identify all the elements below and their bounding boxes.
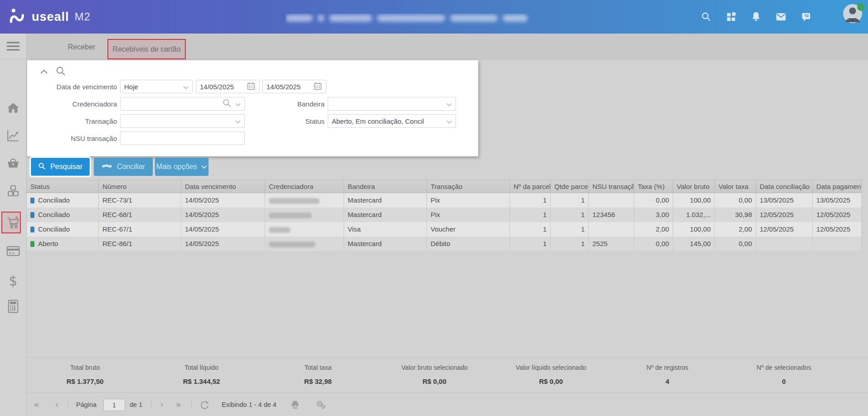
transacao-select[interactable] <box>120 114 245 128</box>
cell-nsu: 123456 <box>589 208 634 222</box>
print-icon[interactable] <box>291 393 300 416</box>
column-header-data_conciliacao[interactable]: Data conciliação <box>756 180 813 193</box>
nsu-transacao-input[interactable] <box>120 131 245 145</box>
cell-taxa: 0,00 <box>634 193 673 208</box>
logo-text: useall <box>32 10 69 24</box>
column-header-credenciadora[interactable]: Credenciadora <box>265 180 344 193</box>
column-header-nsu[interactable]: NSU transação <box>589 180 634 193</box>
search-icon[interactable] <box>700 11 712 23</box>
redacted-text-blur <box>269 213 312 218</box>
summary-item: Total brutoR$ 1.377,50 <box>27 358 143 392</box>
menu-icon[interactable] <box>0 34 26 59</box>
table-row-REC-73/1[interactable]: ConciliadoREC-73/114/05/2025MastercardPi… <box>27 193 862 208</box>
column-header-bandeira[interactable]: Bandeira <box>344 180 427 193</box>
cell-numero: REC-67/1 <box>99 222 181 237</box>
cell-n_parcela: 1 <box>510 222 551 237</box>
cell-numero: REC-68/1 <box>99 208 181 222</box>
tab-recebiveis-de-cartao[interactable]: Recebíveis de cartão <box>107 39 186 59</box>
panel-search-icon[interactable] <box>55 66 66 78</box>
grid-settings-gears-icon[interactable] <box>316 393 326 416</box>
sidebar-item-basket[interactable] <box>0 152 26 174</box>
svg-text:$: $ <box>9 273 18 289</box>
app-logo[interactable]: useall M2 <box>9 0 91 34</box>
table-row-REC-68/1[interactable]: ConciliadoREC-68/114/05/2025MastercardPi… <box>27 208 862 222</box>
column-header-status[interactable]: Status <box>27 180 99 193</box>
cell-data_conciliacao: 13/05/2025 <box>756 193 813 208</box>
cell-qtde_parcelas: 1 <box>551 193 589 208</box>
page-label: Página <box>76 393 97 416</box>
cell-taxa: 0,00 <box>634 237 673 251</box>
chat-icon[interactable] <box>800 11 812 23</box>
table-row-REC-67/1[interactable]: ConciliadoREC-67/114/05/2025VisaVoucher1… <box>27 222 862 237</box>
apps-grid-icon[interactable] <box>725 11 737 23</box>
label-data-vencimento: Data de vencimento <box>27 83 117 91</box>
bandeira-select[interactable] <box>328 97 456 111</box>
sidebar-item-home[interactable] <box>0 97 26 119</box>
cell-valor_bruto: 100,00 <box>673 222 715 237</box>
due-date-to-input[interactable]: 14/05/2025 <box>262 80 326 93</box>
cell-transacao: Débito <box>427 237 510 251</box>
mail-icon[interactable] <box>775 11 787 23</box>
column-header-n_parcela[interactable]: Nº da parcela <box>510 180 551 193</box>
search-icon <box>38 162 46 172</box>
mais-opcoes-button[interactable]: Mais opções <box>155 158 209 176</box>
table-row-REC-86/1[interactable]: AbertoREC-86/114/05/2025MastercardDébito… <box>27 237 862 251</box>
chevron-down-icon <box>235 100 241 108</box>
cell-valor_taxa: 30,98 <box>715 208 756 222</box>
cell-valor_bruto: 145,00 <box>673 237 715 251</box>
column-header-valor_bruto[interactable]: Valor bruto <box>673 180 715 193</box>
column-header-valor_taxa[interactable]: Valor taxa <box>715 180 756 193</box>
next-page-icon[interactable]: › <box>160 393 164 416</box>
credenciadora-select[interactable] <box>120 97 245 111</box>
first-page-icon[interactable]: « <box>34 393 39 416</box>
cell-bandeira: Mastercard <box>344 208 427 222</box>
calendar-icon[interactable] <box>313 82 322 92</box>
pesquisar-button[interactable]: Pesquisar <box>31 158 90 176</box>
chevron-down-icon <box>235 117 241 125</box>
calendar-icon[interactable] <box>247 82 256 92</box>
sidebar-item-stock-cubes[interactable] <box>0 180 26 202</box>
tab-receber[interactable]: Receber <box>52 34 111 60</box>
column-header-taxa[interactable]: Taxa (%) <box>634 180 673 193</box>
chevron-down-icon <box>446 117 452 125</box>
tab-label: Recebíveis de cartão <box>112 45 180 53</box>
sidebar-item-credit-card[interactable] <box>0 240 26 262</box>
sidebar-item-calculator[interactable] <box>0 295 26 317</box>
sidebar-item-cart-plus[interactable] <box>0 212 26 233</box>
sidebar-item-sales-chart[interactable] <box>0 125 26 146</box>
user-avatar[interactable] <box>842 3 864 28</box>
status-indicator <box>30 212 34 218</box>
notifications-bell-icon[interactable] <box>750 11 762 23</box>
summary-item: Nº de registros4 <box>609 358 726 392</box>
status-cell: Conciliado <box>27 208 99 222</box>
status-cell: Conciliado <box>27 193 99 208</box>
last-page-icon[interactable]: » <box>175 393 181 416</box>
search-icon[interactable] <box>222 98 232 109</box>
sidebar-item-dollar[interactable]: $ <box>0 270 26 292</box>
column-header-data_pagamento[interactable]: Data pagamento <box>813 180 862 193</box>
cell-nsu <box>589 222 634 237</box>
blurred-window-title <box>286 14 533 26</box>
refresh-icon[interactable] <box>200 393 209 416</box>
cell-n_parcela: 1 <box>510 237 551 251</box>
collapse-panel-icon[interactable] <box>40 68 48 76</box>
handshake-icon <box>102 162 112 171</box>
conciliar-button[interactable]: Conciliar <box>94 158 153 176</box>
status-indicator <box>30 227 34 232</box>
due-date-from-input[interactable]: 14/05/2025 <box>196 80 260 93</box>
column-header-data_vencimento[interactable]: Data vencimento <box>181 180 265 193</box>
column-header-transacao[interactable]: Transação <box>427 180 510 193</box>
showing-records-label: Exibindo 1 - 4 de 4 <box>222 393 276 416</box>
column-header-numero[interactable]: Número <box>99 180 181 193</box>
cell-bandeira: Visa <box>344 222 427 237</box>
status-select[interactable]: Aberto, Em conciliação, Concil <box>328 114 456 128</box>
cell-data_pagamento: 12/05/2025 <box>813 208 862 222</box>
credenciadora-redacted-cell <box>265 193 344 208</box>
page-input[interactable] <box>103 399 125 411</box>
summary-item: Valor líquido selecionadoR$ 0,00 <box>493 358 609 392</box>
previous-page-icon[interactable]: ‹ <box>55 393 58 416</box>
column-header-qtde_parcelas[interactable]: Qtde parcelas <box>551 180 589 193</box>
due-date-preset-select[interactable]: Hoje <box>120 80 193 93</box>
logo-badge: M2 <box>75 10 91 23</box>
cell-valor_taxa: 2,00 <box>715 222 756 237</box>
